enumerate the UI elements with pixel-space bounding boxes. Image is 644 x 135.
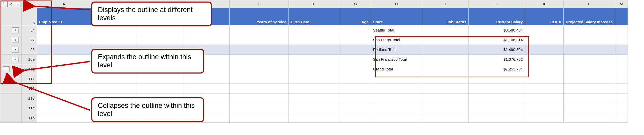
cell[interactable] bbox=[230, 94, 289, 103]
cell[interactable] bbox=[340, 84, 371, 94]
outline-level-2-button[interactable]: 2 bbox=[7, 1, 14, 7]
cell[interactable] bbox=[422, 74, 469, 84]
cell[interactable] bbox=[91, 74, 137, 84]
cell[interactable]: $1,076,702 bbox=[469, 55, 525, 64]
cell[interactable] bbox=[340, 94, 371, 103]
cell[interactable] bbox=[289, 35, 340, 45]
cell[interactable] bbox=[422, 25, 469, 35]
cell[interactable] bbox=[371, 113, 422, 123]
row-head[interactable]: 115 bbox=[22, 113, 37, 123]
cell[interactable]: $3,580,464 bbox=[469, 25, 525, 35]
cell[interactable] bbox=[137, 35, 183, 45]
cell[interactable] bbox=[230, 113, 289, 123]
cell[interactable] bbox=[371, 84, 422, 94]
cell[interactable] bbox=[230, 103, 289, 113]
cell[interactable] bbox=[289, 84, 340, 94]
cell[interactable] bbox=[564, 55, 615, 64]
outline-expand-button[interactable]: + bbox=[12, 37, 19, 43]
cell[interactable] bbox=[289, 94, 340, 103]
cell[interactable] bbox=[564, 94, 615, 103]
cell[interactable] bbox=[525, 113, 564, 123]
cell[interactable] bbox=[525, 103, 564, 113]
cell[interactable] bbox=[230, 84, 289, 94]
outline-expand-button[interactable]: + bbox=[12, 57, 19, 62]
cell[interactable] bbox=[615, 45, 628, 55]
cell[interactable] bbox=[615, 55, 628, 64]
cell[interactable] bbox=[340, 64, 371, 74]
cell[interactable] bbox=[37, 35, 91, 45]
cell[interactable] bbox=[564, 103, 615, 113]
col-head-J[interactable]: J bbox=[469, 0, 525, 8]
cell[interactable] bbox=[422, 35, 469, 45]
cell[interactable] bbox=[91, 84, 137, 94]
cell[interactable] bbox=[469, 103, 525, 113]
col-head-I[interactable]: I bbox=[422, 0, 469, 8]
cell[interactable] bbox=[37, 94, 91, 103]
row-head-5[interactable]: 5 bbox=[22, 8, 37, 25]
cell[interactable] bbox=[469, 84, 525, 94]
cell[interactable] bbox=[564, 45, 615, 55]
cell[interactable]: Portland Total bbox=[371, 45, 422, 55]
col-head-H[interactable]: H bbox=[371, 0, 422, 8]
col-head-E[interactable]: E bbox=[230, 0, 289, 8]
cell[interactable] bbox=[37, 74, 91, 84]
row-head[interactable]: 109 bbox=[22, 55, 37, 64]
cell[interactable] bbox=[340, 113, 371, 123]
cell[interactable]: San Diego Total bbox=[371, 35, 422, 45]
cell[interactable] bbox=[525, 45, 564, 55]
cell[interactable] bbox=[422, 64, 469, 74]
cell[interactable] bbox=[525, 94, 564, 103]
cell[interactable] bbox=[37, 64, 91, 74]
outline-expand-button[interactable]: + bbox=[12, 27, 19, 33]
cell[interactable] bbox=[525, 55, 564, 64]
outline-level-3-button[interactable]: 3 bbox=[14, 1, 21, 7]
cell[interactable]: San Francisco Total bbox=[371, 55, 422, 64]
row-head[interactable]: 54 bbox=[22, 25, 37, 35]
cell[interactable] bbox=[422, 55, 469, 64]
cell[interactable]: $1,106,314 bbox=[469, 35, 525, 45]
cell[interactable] bbox=[37, 103, 91, 113]
cell[interactable] bbox=[230, 64, 289, 74]
cell[interactable] bbox=[230, 55, 289, 64]
cell[interactable] bbox=[469, 94, 525, 103]
cell[interactable]: Seattle Total bbox=[371, 25, 422, 35]
cell[interactable]: $1,490,304 bbox=[469, 45, 525, 55]
cell[interactable] bbox=[371, 103, 422, 113]
row-head[interactable]: 95 bbox=[22, 45, 37, 55]
cell[interactable] bbox=[340, 35, 371, 45]
cell[interactable] bbox=[289, 25, 340, 35]
outline-expand-button[interactable]: + bbox=[12, 47, 19, 53]
cell[interactable] bbox=[340, 103, 371, 113]
cell[interactable] bbox=[564, 113, 615, 123]
cell[interactable] bbox=[289, 64, 340, 74]
cell[interactable] bbox=[37, 55, 91, 64]
row-head[interactable]: 112 bbox=[22, 84, 37, 94]
cell[interactable] bbox=[615, 113, 628, 123]
cell[interactable] bbox=[289, 55, 340, 64]
cell[interactable] bbox=[525, 64, 564, 74]
col-head-F[interactable]: F bbox=[289, 0, 340, 8]
cell[interactable] bbox=[615, 35, 628, 45]
cell[interactable] bbox=[289, 45, 340, 55]
col-head-A[interactable]: A bbox=[37, 0, 91, 8]
cell[interactable]: $7,253,784 bbox=[469, 64, 525, 74]
cell[interactable] bbox=[289, 103, 340, 113]
cell[interactable] bbox=[422, 113, 469, 123]
cell[interactable]: Grand Total bbox=[371, 64, 422, 74]
cell[interactable] bbox=[615, 25, 628, 35]
cell[interactable] bbox=[37, 25, 91, 35]
cell[interactable] bbox=[525, 35, 564, 45]
cell[interactable] bbox=[525, 74, 564, 84]
cell[interactable] bbox=[289, 74, 340, 84]
select-all-corner[interactable] bbox=[22, 0, 37, 8]
cell[interactable] bbox=[137, 84, 183, 94]
col-head-M[interactable]: M bbox=[615, 0, 628, 8]
cell[interactable] bbox=[230, 45, 289, 55]
cell[interactable] bbox=[422, 84, 469, 94]
col-head-L[interactable]: L bbox=[564, 0, 615, 8]
cell[interactable] bbox=[525, 25, 564, 35]
cell[interactable] bbox=[469, 113, 525, 123]
cell[interactable] bbox=[615, 74, 628, 84]
cell[interactable] bbox=[340, 55, 371, 64]
col-head-K[interactable]: K bbox=[525, 0, 564, 8]
